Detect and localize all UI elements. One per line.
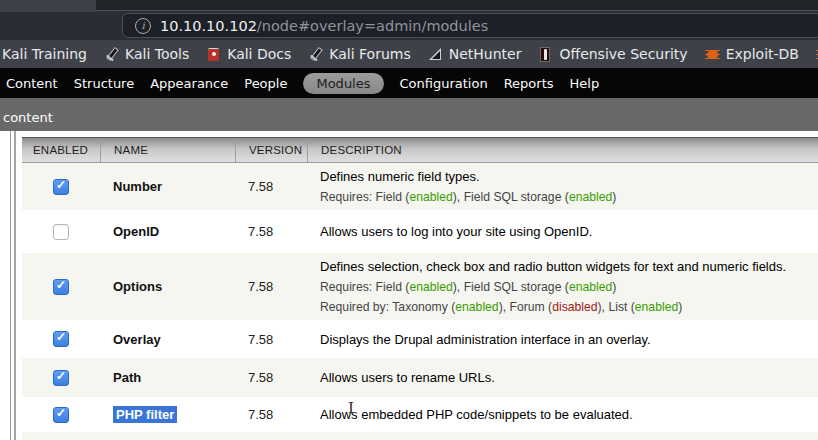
description-cell: Allows users to log into your site using…	[307, 219, 818, 244]
description-line: Allows embedded PHP code/snippets to be …	[320, 407, 816, 422]
tab-strip	[96, 0, 818, 11]
table-row: PHP filter7.58Allows embedded PHP code/s…	[22, 397, 818, 432]
modules-table: ENABLED NAME VERSION DESCRIPTION Number7…	[22, 137, 818, 440]
name-cell: Path	[100, 370, 235, 385]
description-text: ), Field SQL storage (	[453, 280, 569, 294]
url-path: /node#overlay=admin/modules	[257, 18, 488, 34]
description-line: Defines selection, check box and radio b…	[320, 259, 816, 274]
column-header-version: VERSION	[235, 138, 307, 162]
column-header-description: DESCRIPTION	[307, 138, 818, 162]
description-line: Defines numeric field types.	[320, 169, 816, 184]
description-text: Displays the Drupal administration inter…	[320, 332, 651, 347]
enabled-cell	[22, 224, 100, 240]
description-cell: Defines numeric field types.Requires: Fi…	[307, 164, 818, 209]
description-line: Requires: Field (enabled), Field SQL sto…	[320, 280, 816, 294]
overlay-left-border-inner	[14, 131, 16, 440]
module-name: PHP filter	[113, 406, 177, 423]
bookmark-label: Kali Forums	[329, 46, 410, 62]
module-enabled-checkbox[interactable]	[53, 370, 69, 386]
bookmark-item[interactable]: Exploit-DB	[705, 46, 799, 62]
bookmark-item[interactable]: Offensive Security	[538, 46, 687, 62]
book-icon	[206, 47, 221, 62]
module-enabled-checkbox[interactable]	[53, 224, 69, 240]
description-cell: Allows embedded PHP code/snippets to be …	[307, 402, 818, 427]
admin-menu-item-reports[interactable]: Reports	[504, 76, 554, 91]
module-version: 7.58	[235, 279, 307, 294]
admin-menu-item-content[interactable]: Content	[6, 76, 58, 91]
module-name: Number	[113, 179, 162, 194]
description-line: Displays the Drupal administration inter…	[320, 332, 816, 347]
bookmark-item[interactable]: Kali Training	[2, 46, 87, 62]
module-name: OpenID	[113, 224, 159, 239]
browser-toolbar: i 10.10.10.102/node#overlay=admin/module…	[0, 0, 818, 40]
bookmark-label: Kali Training	[2, 46, 87, 62]
dagger-icon	[104, 47, 119, 62]
table-row: Number7.58Defines numeric field types.Re…	[22, 163, 818, 210]
bookmark-label: Kali Docs	[227, 46, 291, 62]
description-line: Allows users to log into your site using…	[320, 224, 816, 239]
table-row: Path7.58Allows users to rename URLs.	[22, 358, 818, 397]
table-body: Number7.58Defines numeric field types.Re…	[22, 163, 818, 432]
text-cursor-icon: I	[348, 400, 354, 416]
description-text: Defines selection, check box and radio b…	[320, 259, 786, 274]
table-row: Overlay7.58Displays the Drupal administr…	[22, 320, 818, 358]
status-on: enabled	[409, 280, 452, 294]
column-header-enabled: ENABLED	[22, 138, 100, 162]
description-text: )	[612, 190, 616, 204]
name-cell: Overlay	[100, 332, 235, 347]
active-tab[interactable]	[0, 0, 96, 12]
bookmark-item[interactable]: Kali Forums	[308, 46, 410, 62]
description-text: Required by: Taxonomy (	[320, 300, 455, 314]
description-line: Required by: Taxonomy (enabled), Forum (…	[320, 300, 816, 314]
module-version: 7.58	[235, 407, 307, 422]
description-text: Allows embedded PHP code/snippets to be …	[320, 407, 633, 422]
site-info-icon[interactable]: i	[135, 18, 151, 34]
status-on: enabled	[455, 300, 498, 314]
bookmark-label: NetHunter	[449, 46, 522, 62]
name-cell: PHP filter	[100, 407, 235, 422]
admin-menu-item-configuration[interactable]: Configuration	[400, 76, 488, 91]
bookmark-label: Kali Tools	[125, 46, 189, 62]
overlay-title: content	[3, 110, 53, 125]
name-cell: Options	[100, 279, 235, 294]
module-name: Overlay	[113, 332, 161, 347]
admin-menu-item-people[interactable]: People	[244, 76, 287, 91]
admin-menu-item-modules[interactable]: Modules	[303, 73, 383, 94]
description-text: Requires: Field (	[320, 190, 409, 204]
modules-page: ENABLED NAME VERSION DESCRIPTION Number7…	[0, 131, 818, 440]
module-version: 7.58	[235, 370, 307, 385]
bookmark-label: Offensive Security	[559, 46, 687, 62]
module-version: 7.58	[235, 224, 307, 239]
admin-menu-item-appearance[interactable]: Appearance	[150, 76, 228, 91]
bookmark-item[interactable]: Kali Tools	[104, 46, 189, 62]
bookmark-label: Exploit-DB	[726, 46, 799, 62]
description-text: Defines numeric field types.	[320, 169, 480, 184]
offsec-icon	[538, 47, 553, 62]
description-text: Allows users to log into your site using…	[320, 224, 592, 239]
module-enabled-checkbox[interactable]	[53, 331, 69, 347]
drupal-admin-menu: ContentStructureAppearancePeopleModulesC…	[0, 68, 818, 98]
admin-menu-item-help[interactable]: Help	[570, 76, 600, 91]
url-bar[interactable]: i 10.10.10.102/node#overlay=admin/module…	[122, 13, 818, 38]
table-row: Options7.58Defines selection, check box …	[22, 253, 818, 320]
bird-icon	[428, 47, 443, 62]
description-text: Allows users to rename URLs.	[320, 370, 495, 385]
module-version: 7.58	[235, 332, 307, 347]
description-cell: Displays the Drupal administration inter…	[307, 327, 818, 352]
bookmark-item[interactable]: Kali Docs	[206, 46, 291, 62]
bookmark-item[interactable]: NetHunter	[428, 46, 522, 62]
description-line: Requires: Field (enabled), Field SQL sto…	[320, 190, 816, 204]
admin-menu-item-structure[interactable]: Structure	[74, 76, 134, 91]
module-enabled-checkbox[interactable]	[53, 179, 69, 195]
description-text: ), Forum (	[499, 300, 553, 314]
description-text: ), Field SQL storage (	[453, 190, 569, 204]
module-enabled-checkbox[interactable]	[53, 279, 69, 295]
status-on: enabled	[569, 280, 612, 294]
bookmarks-bar: Kali TrainingKali ToolsKali DocsKali For…	[0, 40, 818, 68]
enabled-cell	[22, 370, 100, 386]
enabled-cell	[22, 407, 100, 423]
table-header-row: ENABLED NAME VERSION DESCRIPTION	[22, 137, 818, 163]
module-enabled-checkbox[interactable]	[53, 407, 69, 423]
bug-icon	[705, 47, 720, 62]
name-cell: Number	[100, 179, 235, 194]
